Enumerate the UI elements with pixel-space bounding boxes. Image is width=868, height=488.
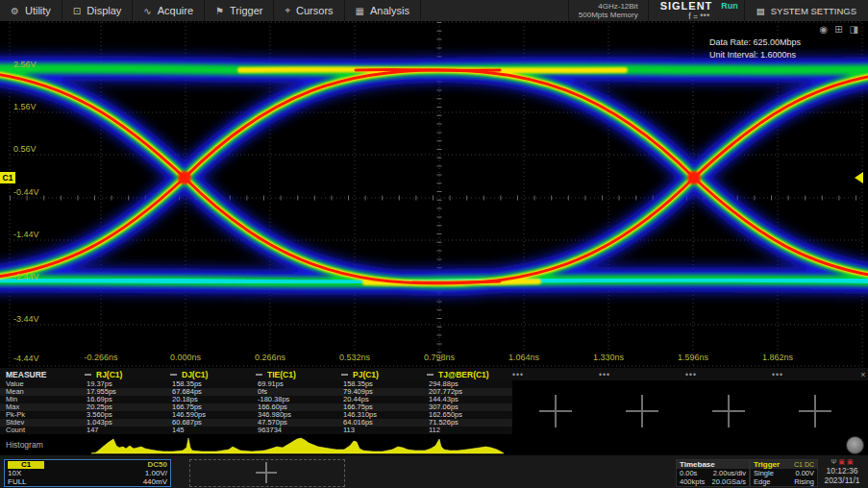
y-axis-label: 2.56V [13, 60, 37, 69]
add-channel-icon [256, 462, 277, 483]
unit-interval-readout: Unit Interval: 1.6000ns [709, 49, 801, 61]
system-settings-button[interactable]: ▤ SYSTEM SETTINGS [744, 0, 868, 21]
channel1-level-marker[interactable]: C1 [0, 172, 15, 183]
measure-col-label: TIE(C1) [267, 370, 296, 379]
waveform-icon: ∿ [143, 6, 151, 16]
menubar: ⚙ Utility ⊡ Display ∿ Acquire ⚑ Trigger … [0, 0, 868, 22]
menu-cursors[interactable]: ⌖ Cursors [274, 0, 344, 21]
empty-measure-slot[interactable]: ••• [772, 370, 858, 379]
acquisition-status[interactable]: Run [721, 1, 738, 11]
trigger-level: 0.00V [795, 469, 814, 477]
channel1-offset: 440mV [143, 477, 167, 486]
y-axis-label: -1.44V [13, 230, 39, 239]
remove-measurement-icon[interactable] [427, 374, 434, 376]
panel-icon: ▤ [756, 6, 765, 16]
flag-icon: ⚑ [215, 6, 224, 16]
x-axis-label: 1.596ns [664, 353, 722, 362]
close-measure-panel-icon[interactable]: × [858, 370, 868, 379]
trigger-frequency-readout: f = *** [688, 12, 709, 21]
empty-measure-slot[interactable]: ••• [599, 370, 685, 379]
model-bandwidth: 4GHz-12Bit [598, 2, 637, 11]
gear-icon: ⚙ [11, 6, 19, 16]
measure-col-pj[interactable]: PJ(C1) [341, 370, 427, 379]
remove-measurement-icon[interactable] [85, 374, 91, 376]
timebase-info-box[interactable]: Timebase 0.00s 2.00us/div 400kpts 20.0GS… [676, 459, 750, 487]
menu-utility-label: Utility [25, 5, 51, 16]
empty-cells [512, 380, 868, 388]
add-measurement-icon[interactable] [626, 395, 658, 427]
trigger-source: C1 DC [794, 460, 814, 469]
cell: 113 [341, 427, 427, 434]
x-axis-label: 1.064ns [495, 353, 553, 362]
channel1-bandwidth: FULL [8, 477, 27, 486]
waveform-display-area[interactable]: 2.56V 1.56V 0.56V -0.44V -1.44V -2.44V -… [0, 21, 868, 368]
measure-col-tjber[interactable]: TJ@BER(C1) [427, 370, 512, 379]
channel1-info-box[interactable]: C1 DC50 10X 1.00V/ FULL 440mV [4, 459, 171, 487]
y-axis-label: 0.56V [13, 144, 37, 154]
serial-data-info: Data Rate: 625.00Mbps Unit Interval: 1.6… [709, 37, 801, 61]
menu-trigger-label: Trigger [230, 5, 262, 16]
menu-analysis[interactable]: ▦ Analysis [345, 0, 421, 21]
data-rate-readout: Data Rate: 625.00Mbps [709, 37, 801, 49]
menubar-spacer [421, 0, 568, 21]
measure-col-dj[interactable]: DJ(C1) [170, 370, 256, 379]
brand-block: SIGLENT Run f = *** [648, 0, 744, 21]
cell: 69.91ps [256, 380, 341, 388]
add-measurement-icon[interactable] [799, 395, 831, 427]
menu-trigger[interactable]: ⚑ Trigger [205, 0, 274, 21]
system-settings-label: SYSTEM SETTINGS [771, 6, 856, 16]
menu-acquire[interactable]: ∿ Acquire [133, 0, 205, 21]
x-axis-label: 0.266ns [241, 353, 299, 362]
histogram-trace [0, 434, 868, 454]
camera-icon[interactable]: ◉ [819, 24, 828, 35]
x-axis-label: 1.330ns [580, 353, 637, 362]
usb-icon: Ψ [831, 458, 836, 466]
menu-utility[interactable]: ⚙ Utility [0, 0, 62, 21]
monitor-icon: ⊡ [73, 6, 81, 16]
measure-col-rj[interactable]: RJ(C1) [85, 370, 170, 379]
remove-measurement-icon[interactable] [341, 374, 348, 376]
brand-logo: SIGLENT [660, 0, 713, 12]
status-bar: C1 DC50 10X 1.00V/ FULL 440mV Timebase 0… [0, 454, 868, 488]
zoom-window-icon[interactable]: ⊞ [834, 24, 842, 35]
trigger-level-arrow-icon[interactable] [855, 172, 863, 183]
x-axis-label: 1.862ns [749, 353, 806, 362]
cell: 112 [427, 427, 512, 434]
add-measurement-icon[interactable] [539, 395, 572, 427]
trigger-info-box[interactable]: Trigger C1 DC Single 0.00V Edge Rising [750, 459, 818, 487]
menu-cursors-label: Cursors [296, 5, 334, 16]
model-info: 4GHz-12Bit 500Mpts Memory [568, 0, 648, 21]
measure-col-tie[interactable]: TIE(C1) [256, 370, 341, 379]
measure-col-label: PJ(C1) [353, 370, 379, 379]
x-axis-label: -0.266ns [72, 353, 130, 362]
y-axis-label: -2.44V [13, 272, 39, 281]
screen-toolbar: ◉ ⊞ ◨ [819, 24, 858, 35]
menu-analysis-label: Analysis [370, 5, 409, 16]
empty-measure-slot[interactable]: ••• [685, 370, 772, 379]
timebase-scale: 2.00us/div [713, 469, 746, 477]
measure-col-label: DJ(C1) [182, 370, 208, 379]
model-memory: 500Mpts Memory [579, 11, 638, 19]
menu-acquire-label: Acquire [158, 5, 193, 16]
empty-measure-slot[interactable]: ••• [512, 370, 599, 379]
clock-date: 2023/11/1 [818, 476, 866, 485]
clock-box: Ψ ▣ ▣ 10:12:36 2023/11/1 [818, 458, 866, 485]
remove-measurement-icon[interactable] [256, 374, 262, 376]
measure-row-count: Count 147 145 963734 113 112 [0, 427, 868, 434]
trigger-title: Trigger [754, 460, 780, 469]
sound-icon[interactable]: ◨ [850, 24, 858, 35]
timebase-title: Timebase [680, 460, 715, 469]
channel1-badge: C1 [8, 461, 44, 469]
add-channel-box[interactable] [189, 459, 345, 487]
menu-display[interactable]: ⊡ Display [62, 0, 133, 21]
timebase-delay: 0.00s [680, 469, 697, 477]
y-axis-label: -0.44V [13, 187, 39, 197]
remove-measurement-icon[interactable] [170, 374, 177, 376]
add-measurement-icon[interactable] [712, 395, 745, 427]
trigger-slope: Rising [794, 477, 814, 486]
cell: 147 [85, 427, 170, 434]
measure-panel: MEASURE RJ(C1) DJ(C1) TIE(C1) PJ(C1) TJ@… [0, 368, 868, 434]
histogram-label: Histogram [6, 440, 43, 450]
crosshair-icon: ⌖ [285, 5, 290, 16]
floating-assist-button[interactable] [846, 436, 864, 454]
